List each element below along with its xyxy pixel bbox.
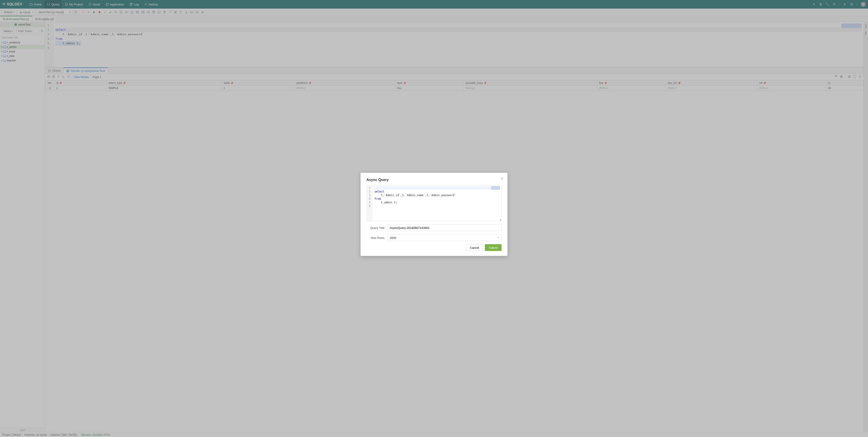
query-title-row: Query Title [366,224,502,231]
max-rows-row: Max Rows 2000 [366,234,502,241]
async-query-modal: Async Query ✕ 123456 select t.`Admin_id`… [361,173,507,256]
modal-gutter: 123456 [367,185,373,221]
max-rows-select[interactable]: 2000 [387,234,502,241]
cancel-button[interactable]: Cancel [466,244,483,251]
resize-handle[interactable] [499,218,501,221]
max-rows-value: 2000 [390,236,396,239]
submit-button[interactable]: Submit [485,244,502,251]
modal-sql-editor[interactable]: 123456 select t.`Admin_id`,t.`Admin_name… [366,185,502,221]
modal-title: Async Query [366,178,502,182]
modal-minimap[interactable] [491,186,500,190]
query-title-input[interactable] [387,224,502,231]
query-title-label: Query Title [366,226,384,229]
modal-footer: Cancel Submit [366,244,502,251]
modal-close-icon[interactable]: ✕ [500,177,503,181]
max-rows-label: Max Rows [366,236,384,239]
modal-code-lines[interactable]: select t.`Admin_id`,t.`Admin_name`,t.`Ad… [373,185,501,221]
